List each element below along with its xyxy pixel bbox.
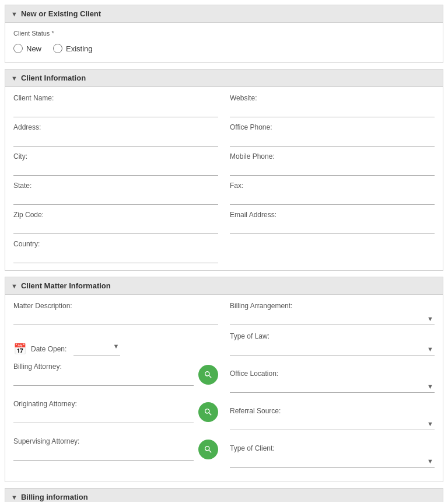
type-of-law-group: Type of Law: ▼ bbox=[230, 332, 435, 355]
new-or-existing-body: Client Status * New Existing bbox=[5, 23, 443, 62]
radio-new-text: New bbox=[26, 44, 41, 53]
office-location-label: Office Location: bbox=[230, 369, 435, 378]
originating-attorney-wrapper: Originating Attorney: bbox=[13, 400, 218, 423]
referral-source-label: Referral Source: bbox=[230, 407, 435, 415]
address-group: Address: bbox=[13, 123, 218, 147]
client-name-label: Client Name: bbox=[13, 94, 218, 102]
client-name-input[interactable] bbox=[13, 104, 218, 117]
client-info-grid: Client Name: Website: Address: Office Ph… bbox=[13, 94, 435, 263]
new-or-existing-section: ▼ New or Existing Client Client Status *… bbox=[5, 5, 443, 63]
client-status-label: Client Status * bbox=[13, 30, 435, 37]
country-input[interactable] bbox=[13, 250, 218, 263]
billing-attorney-group: Billing Attorney: bbox=[13, 362, 218, 393]
new-or-existing-header: ▼ New or Existing Client bbox=[5, 5, 443, 23]
originating-attorney-label: Originating Attorney: bbox=[13, 400, 194, 408]
fax-input[interactable] bbox=[230, 192, 435, 205]
office-location-select[interactable] bbox=[230, 380, 435, 393]
originating-attorney-group: Originating Attorney: bbox=[13, 400, 218, 430]
office-phone-group: Office Phone: bbox=[230, 123, 435, 147]
date-open-label: Date Open: bbox=[31, 345, 66, 353]
website-input[interactable] bbox=[230, 104, 435, 117]
zip-code-input[interactable] bbox=[13, 221, 218, 234]
supervising-attorney-input[interactable] bbox=[13, 448, 194, 461]
calendar-icon: 📅 bbox=[13, 343, 26, 355]
search-icon-2 bbox=[204, 407, 213, 417]
type-of-law-wrapper: ▼ bbox=[230, 343, 435, 355]
originating-attorney-field: Originating Attorney: bbox=[13, 400, 194, 423]
matter-description-group: Matter Description: bbox=[13, 302, 218, 325]
billing-attorney-row: Billing Attorney: Office Location: bbox=[13, 362, 435, 393]
matter-description-row: Matter Description: Billing Arrangement:… bbox=[13, 302, 435, 325]
billing-attorney-wrapper: Billing Attorney: bbox=[13, 362, 218, 386]
city-label: City: bbox=[13, 152, 218, 161]
referral-source-select[interactable] bbox=[230, 417, 435, 430]
radio-new[interactable] bbox=[13, 44, 23, 53]
supervising-attorney-wrapper: Supervising Attorney: bbox=[13, 437, 218, 461]
client-information-body: Client Name: Website: Address: Office Ph… bbox=[5, 87, 443, 270]
supervising-attorney-label: Supervising Attorney: bbox=[13, 437, 194, 445]
originating-attorney-row: Originating Attorney: Referral Source: bbox=[13, 400, 435, 430]
billing-arrangement-select[interactable] bbox=[230, 312, 435, 325]
country-group: Country: bbox=[13, 240, 218, 263]
state-group: State: bbox=[13, 182, 218, 205]
client-status-radio-group: New Existing bbox=[13, 39, 435, 55]
mobile-phone-group: Mobile Phone: bbox=[230, 152, 435, 176]
radio-existing[interactable] bbox=[53, 44, 62, 53]
email-address-label: Email Address: bbox=[230, 211, 435, 219]
office-location-wrapper: ▼ bbox=[230, 380, 435, 393]
originating-attorney-input[interactable] bbox=[13, 410, 194, 423]
website-label: Website: bbox=[230, 94, 435, 102]
radio-existing-label[interactable]: Existing bbox=[53, 44, 93, 53]
supervising-attorney-row: Supervising Attorney: Type of Client: bbox=[13, 437, 435, 468]
zip-code-group: Zip Code: bbox=[13, 211, 218, 234]
billing-attorney-search-button[interactable] bbox=[198, 365, 218, 385]
date-open-wrapper: 📅 Date Open: ▼ bbox=[13, 343, 218, 355]
supervising-attorney-field: Supervising Attorney: bbox=[13, 437, 194, 461]
type-of-client-select[interactable] bbox=[230, 455, 435, 468]
address-label: Address: bbox=[13, 123, 218, 131]
date-open-select[interactable] bbox=[74, 343, 120, 355]
matter-description-input[interactable] bbox=[13, 312, 218, 325]
state-input[interactable] bbox=[13, 192, 218, 205]
client-matter-section: ▼ Client Matter Information Matter Descr… bbox=[5, 277, 443, 482]
billing-information-title: Billing information bbox=[21, 493, 88, 501]
radio-new-label[interactable]: New bbox=[13, 44, 41, 53]
type-of-client-wrapper: ▼ bbox=[230, 455, 435, 468]
client-information-section: ▼ Client Information Client Name: Websit… bbox=[5, 69, 443, 271]
city-input[interactable] bbox=[13, 163, 218, 176]
type-of-law-select[interactable] bbox=[230, 343, 435, 355]
chevron-icon-4: ▼ bbox=[11, 494, 18, 501]
client-information-title: Client Information bbox=[21, 74, 86, 82]
fax-label: Fax: bbox=[230, 182, 435, 190]
email-address-group: Email Address: bbox=[230, 211, 435, 234]
client-name-group: Client Name: bbox=[13, 94, 218, 117]
office-location-group: Office Location: ▼ bbox=[230, 369, 435, 393]
email-address-input[interactable] bbox=[230, 221, 435, 234]
fax-group: Fax: bbox=[230, 182, 435, 205]
radio-existing-text: Existing bbox=[66, 44, 93, 53]
office-phone-input[interactable] bbox=[230, 134, 435, 147]
chevron-icon: ▼ bbox=[11, 11, 18, 18]
client-matter-title: Client Matter Information bbox=[21, 281, 111, 290]
new-or-existing-title: New or Existing Client bbox=[21, 9, 101, 18]
type-of-client-label: Type of Client: bbox=[230, 444, 435, 452]
billing-attorney-field: Billing Attorney: bbox=[13, 362, 194, 386]
mobile-phone-input[interactable] bbox=[230, 163, 435, 176]
originating-attorney-search-button[interactable] bbox=[198, 402, 218, 422]
supervising-attorney-group: Supervising Attorney: bbox=[13, 437, 218, 468]
billing-attorney-input[interactable] bbox=[13, 373, 194, 386]
referral-source-group: Referral Source: ▼ bbox=[230, 407, 435, 430]
search-icon bbox=[204, 370, 213, 379]
matter-description-label: Matter Description: bbox=[13, 302, 218, 310]
country-label: Country: bbox=[13, 240, 218, 248]
state-label: State: bbox=[13, 182, 218, 190]
billing-arrangement-label: Billing Arrangement: bbox=[230, 302, 435, 310]
billing-information-section: ▼ Billing information Fee Rate: ▼ Att bbox=[5, 488, 443, 502]
date-open-row: 📅 Date Open: ▼ Type of Law: bbox=[13, 332, 435, 355]
address-input[interactable] bbox=[13, 134, 218, 147]
referral-source-wrapper: ▼ bbox=[230, 417, 435, 430]
mobile-phone-label: Mobile Phone: bbox=[230, 152, 435, 161]
search-icon-3 bbox=[204, 445, 213, 454]
supervising-attorney-search-button[interactable] bbox=[198, 440, 218, 459]
website-group: Website: bbox=[230, 94, 435, 117]
